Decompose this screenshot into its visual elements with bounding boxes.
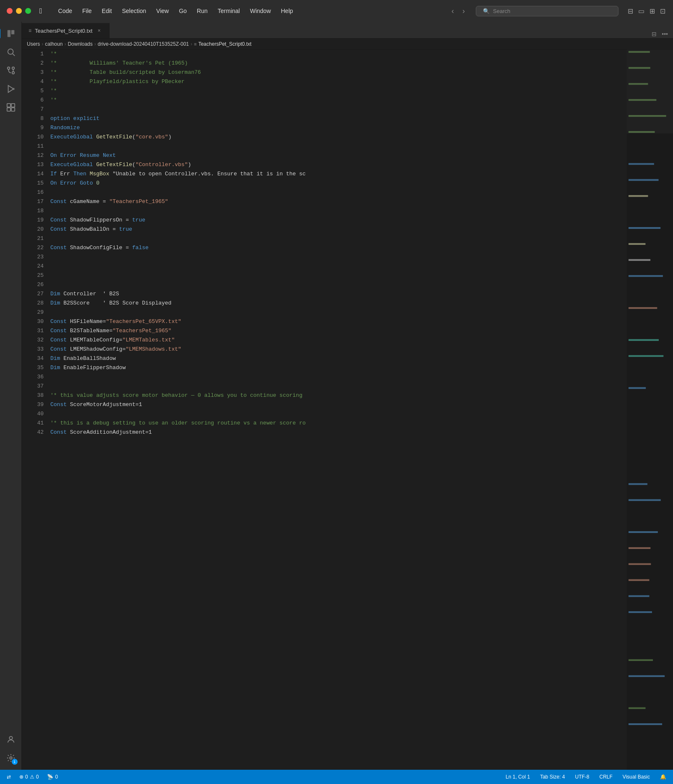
- line-numbers: 1234567891011121314151617181920212223242…: [22, 49, 47, 770]
- code-line: option explicit: [50, 114, 627, 123]
- toggle-panel-icon[interactable]: ▭: [637, 6, 645, 16]
- line-number: 25: [29, 271, 44, 280]
- breadcrumb-users[interactable]: Users: [27, 41, 40, 47]
- code-line: Dim Controller ' B2S: [50, 289, 627, 299]
- menu-file[interactable]: File: [78, 7, 96, 15]
- main-layout: 1 ≡ TeachersPet_Script0.txt × ⊟ ••• User…: [0, 22, 673, 770]
- line-number: 30: [29, 317, 44, 326]
- line-number: 4: [29, 77, 44, 86]
- code-line: On Error Goto 0: [50, 179, 627, 188]
- extensions-icon[interactable]: [3, 99, 19, 116]
- line-number: 13: [29, 160, 44, 169]
- settings-badge: 1: [12, 759, 18, 765]
- breadcrumb-filename[interactable]: TeachersPet_Script0.txt: [198, 41, 252, 47]
- language-mode[interactable]: Visual Basic: [621, 773, 652, 781]
- code-line: '*: [50, 96, 627, 105]
- line-number: 22: [29, 243, 44, 253]
- line-number: 12: [29, 151, 44, 160]
- code-line: [50, 188, 627, 197]
- explorer-icon[interactable]: [3, 25, 19, 42]
- code-line: Dim EnableFlipperShadow: [50, 363, 627, 372]
- line-number: 26: [29, 280, 44, 289]
- tab-close-button[interactable]: ×: [96, 27, 102, 34]
- tab-file-icon: ≡: [29, 28, 31, 34]
- breadcrumb-drive[interactable]: drive-download-20240410T153525Z-001: [98, 41, 189, 47]
- error-count[interactable]: ⊗ 0 ⚠ 0: [18, 773, 40, 781]
- line-number: 15: [29, 179, 44, 188]
- toggle-sidebar-icon[interactable]: ⊞: [649, 6, 656, 16]
- code-line: Dim B2SScore ' B2S Score Displayed: [50, 299, 627, 308]
- menu-run[interactable]: Run: [193, 7, 212, 15]
- more-actions-button[interactable]: •••: [660, 30, 670, 38]
- remote-connection[interactable]: ⇄: [5, 773, 13, 781]
- code-line: [50, 142, 627, 151]
- encoding[interactable]: UTF-8: [574, 773, 591, 781]
- menu-view[interactable]: View: [152, 7, 173, 15]
- minimize-button[interactable]: [16, 8, 22, 14]
- breadcrumb-downloads[interactable]: Downloads: [68, 41, 92, 47]
- error-icon: ⊗: [19, 774, 23, 780]
- menu-selection[interactable]: Selection: [118, 7, 151, 15]
- minimap[interactable]: [627, 49, 673, 770]
- back-button[interactable]: ‹: [449, 6, 456, 16]
- menu-terminal[interactable]: Terminal: [214, 7, 244, 15]
- split-editor-button[interactable]: ⊟: [650, 30, 658, 38]
- breadcrumb-calhoun[interactable]: calhoun: [45, 41, 63, 47]
- menu-edit[interactable]: Edit: [98, 7, 116, 15]
- search-activity-icon[interactable]: [3, 44, 19, 60]
- line-number: 27: [29, 289, 44, 299]
- line-number: 38: [29, 391, 44, 400]
- line-number: 6: [29, 96, 44, 105]
- svg-rect-10: [7, 104, 10, 107]
- remote-icon: ⇄: [7, 774, 11, 780]
- svg-point-9: [13, 88, 14, 90]
- warning-num: 0: [36, 774, 39, 780]
- code-area[interactable]: '*'* Williams' Teacher's Pet (1965)'* Ta…: [47, 49, 627, 770]
- source-control-icon[interactable]: [3, 62, 19, 79]
- account-icon[interactable]: [3, 731, 19, 748]
- close-button[interactable]: [7, 8, 13, 14]
- line-number: 16: [29, 188, 44, 197]
- run-debug-icon[interactable]: [3, 81, 19, 97]
- line-number: 9: [29, 123, 44, 133]
- maximize-button[interactable]: [25, 8, 31, 14]
- menu-help[interactable]: Help: [277, 7, 297, 15]
- tab-size-text: Tab Size: 4: [540, 774, 565, 780]
- settings-icon[interactable]: 1: [3, 750, 19, 766]
- editor-content[interactable]: 1234567891011121314151617181920212223242…: [22, 49, 673, 770]
- warning-icon: ⚠: [30, 774, 34, 780]
- menu-code[interactable]: Code: [54, 7, 76, 15]
- forward-button[interactable]: ›: [460, 6, 467, 16]
- code-line: Const LMEMTableConfig="LMEMTables.txt": [50, 336, 627, 345]
- minimap-canvas: [627, 49, 673, 770]
- svg-point-4: [7, 67, 10, 70]
- svg-rect-1: [11, 30, 14, 34]
- menu-go[interactable]: Go: [175, 7, 191, 15]
- nav-buttons: ‹ ›: [449, 6, 467, 16]
- line-number: 32: [29, 336, 44, 345]
- code-line: [50, 382, 627, 391]
- wifi-icon: 📡: [47, 774, 53, 780]
- customize-layout-icon[interactable]: ⊡: [659, 6, 666, 16]
- line-number: 41: [29, 419, 44, 428]
- line-number: 35: [29, 363, 44, 372]
- line-number: 11: [29, 142, 44, 151]
- code-line: [50, 105, 627, 114]
- tab-size[interactable]: Tab Size: 4: [538, 773, 566, 781]
- code-line: ExecuteGlobal GetTextFile("Controller.vb…: [50, 160, 627, 169]
- line-number: 42: [29, 428, 44, 437]
- svg-rect-12: [7, 108, 10, 111]
- notifications-bell[interactable]: 🔔: [658, 773, 668, 781]
- code-line: ExecuteGlobal GetTextFile("core.vbs"): [50, 133, 627, 142]
- menu-bar: Code File Edit Selection View Go Run Ter…: [54, 7, 441, 15]
- search-icon: 🔍: [483, 8, 490, 14]
- menu-window[interactable]: Window: [246, 7, 275, 15]
- active-tab[interactable]: ≡ TeachersPet_Script0.txt ×: [22, 23, 110, 38]
- search-bar[interactable]: 🔍 Search: [476, 6, 618, 16]
- line-number: 23: [29, 253, 44, 262]
- split-editor-icon[interactable]: ⊟: [627, 6, 634, 16]
- line-ending[interactable]: CRLF: [598, 773, 614, 781]
- code-line: Randomize: [50, 123, 627, 133]
- cursor-position[interactable]: Ln 1, Col 1: [504, 773, 532, 781]
- remote-info[interactable]: 📡 0: [45, 773, 60, 781]
